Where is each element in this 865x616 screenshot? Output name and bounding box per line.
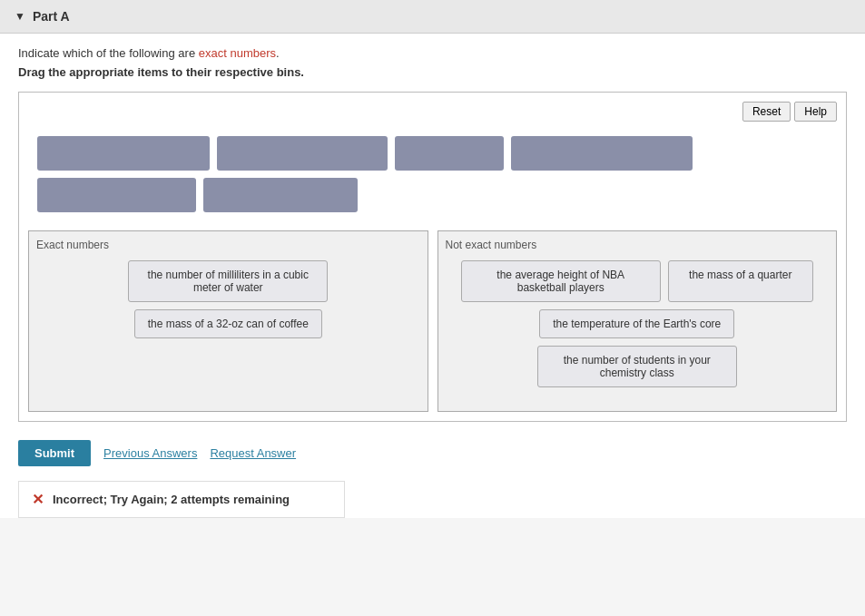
reset-button[interactable]: Reset <box>742 102 791 122</box>
not-exact-bin-items: the average height of NBA basketball pla… <box>446 260 830 387</box>
bottom-controls: Submit Previous Answers Request Answer <box>0 433 865 474</box>
drag-item-1[interactable] <box>37 136 210 171</box>
part-title: Part A <box>33 9 70 24</box>
instructions: Indicate which of the following are exac… <box>0 34 865 92</box>
instruction-line2: Drag the appropriate items to their resp… <box>18 65 847 79</box>
request-answer-button[interactable]: Request Answer <box>210 446 296 460</box>
list-item[interactable]: the number of milliliters in a cubic met… <box>128 260 328 302</box>
feedback-message: Incorrect; Try Again; 2 attempts remaini… <box>53 493 290 506</box>
collapse-arrow-icon[interactable]: ▼ <box>15 10 25 23</box>
help-button[interactable]: Help <box>794 102 837 122</box>
activity-box: Reset Help Exact numbers the number of m… <box>18 92 847 422</box>
not-exact-numbers-bin[interactable]: Not exact numbers the average height of … <box>437 230 838 412</box>
list-item[interactable]: the mass of a 32-oz can of coffee <box>134 309 322 338</box>
list-item[interactable]: the average height of NBA basketball pla… <box>461 260 661 302</box>
drag-item-5[interactable] <box>37 178 196 212</box>
list-item[interactable]: the temperature of the Earth's core <box>539 309 734 338</box>
drag-item-6[interactable] <box>203 178 358 212</box>
instruction-line1: Indicate which of the following are exac… <box>18 46 847 60</box>
list-item[interactable]: the mass of a quarter <box>668 260 813 302</box>
items-area <box>28 131 837 227</box>
page-wrapper: ▼ Part A Indicate which of the following… <box>0 0 865 518</box>
part-header: ▼ Part A <box>0 0 865 34</box>
exact-numbers-highlight: exact numbers <box>199 46 276 60</box>
list-item[interactable]: the number of students in your chemistry… <box>537 346 737 387</box>
not-exact-bin-label: Not exact numbers <box>446 239 830 251</box>
previous-answers-button[interactable]: Previous Answers <box>103 446 197 460</box>
drag-item-4[interactable] <box>511 136 693 171</box>
toolbar: Reset Help <box>28 102 837 122</box>
drag-item-2[interactable] <box>217 136 388 171</box>
exact-bin-items: the number of milliliters in a cubic met… <box>36 260 420 338</box>
drag-item-3[interactable] <box>395 136 504 171</box>
feedback-box: ✕ Incorrect; Try Again; 2 attempts remai… <box>18 481 345 518</box>
bins-row: Exact numbers the number of milliliters … <box>28 230 837 412</box>
incorrect-icon: ✕ <box>32 491 44 508</box>
exact-numbers-bin[interactable]: Exact numbers the number of milliliters … <box>28 230 428 412</box>
exact-bin-label: Exact numbers <box>36 239 420 251</box>
submit-button[interactable]: Submit <box>18 440 91 466</box>
